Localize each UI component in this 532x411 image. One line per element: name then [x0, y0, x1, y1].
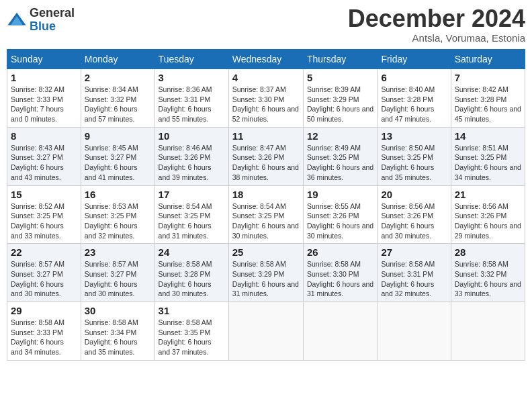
cell-info: Sunrise: 8:37 AMSunset: 3:30 PMDaylight:… [232, 85, 300, 124]
cell-info: Sunrise: 8:53 AMSunset: 3:25 PMDaylight:… [85, 201, 151, 241]
logo-icon [7, 10, 27, 30]
calendar-week-5: 29Sunrise: 8:58 AMSunset: 3:33 PMDayligh… [7, 302, 525, 361]
calendar-cell: 14Sunrise: 8:51 AMSunset: 3:25 PMDayligh… [451, 127, 525, 185]
day-number: 18 [232, 189, 300, 200]
day-number: 6 [381, 72, 447, 83]
day-number: 26 [307, 246, 373, 258]
day-number: 8 [11, 130, 77, 142]
day-number: 23 [85, 246, 151, 258]
calendar-cell: 20Sunrise: 8:56 AMSunset: 3:26 PMDayligh… [378, 185, 451, 244]
calendar-cell: 15Sunrise: 8:52 AMSunset: 3:25 PMDayligh… [7, 185, 81, 244]
calendar-cell: 2Sunrise: 8:34 AMSunset: 3:32 PMDaylight… [81, 69, 154, 128]
day-number: 31 [159, 305, 225, 316]
calendar-week-4: 22Sunrise: 8:57 AMSunset: 3:27 PMDayligh… [7, 244, 525, 302]
logo-general-text: General [30, 6, 75, 19]
header-thursday: Thursday [303, 50, 377, 69]
cell-info: Sunrise: 8:55 AMSunset: 3:26 PMDaylight:… [307, 201, 373, 241]
day-number: 13 [381, 130, 447, 142]
calendar-cell: 13Sunrise: 8:50 AMSunset: 3:25 PMDayligh… [378, 127, 451, 185]
calendar-cell: 26Sunrise: 8:58 AMSunset: 3:30 PMDayligh… [303, 244, 377, 302]
calendar-cell: 31Sunrise: 8:58 AMSunset: 3:35 PMDayligh… [154, 302, 228, 361]
cell-info: Sunrise: 8:47 AMSunset: 3:26 PMDaylight:… [232, 143, 300, 183]
calendar-week-2: 8Sunrise: 8:43 AMSunset: 3:27 PMDaylight… [7, 127, 525, 185]
cell-info: Sunrise: 8:54 AMSunset: 3:25 PMDaylight:… [232, 201, 300, 241]
cell-info: Sunrise: 8:46 AMSunset: 3:26 PMDaylight:… [159, 143, 225, 183]
cell-info: Sunrise: 8:45 AMSunset: 3:27 PMDaylight:… [85, 143, 151, 183]
day-number: 15 [11, 189, 77, 200]
calendar-cell [451, 302, 525, 361]
day-number: 21 [455, 189, 521, 200]
cell-info: Sunrise: 8:56 AMSunset: 3:26 PMDaylight:… [455, 201, 521, 241]
day-number: 30 [85, 305, 151, 316]
cell-info: Sunrise: 8:51 AMSunset: 3:25 PMDaylight:… [455, 143, 521, 183]
cell-info: Sunrise: 8:36 AMSunset: 3:31 PMDaylight:… [159, 85, 225, 124]
calendar-cell: 19Sunrise: 8:55 AMSunset: 3:26 PMDayligh… [303, 185, 377, 244]
cell-info: Sunrise: 8:56 AMSunset: 3:26 PMDaylight:… [381, 201, 447, 241]
cell-info: Sunrise: 8:57 AMSunset: 3:27 PMDaylight:… [85, 259, 151, 299]
header-friday: Friday [378, 50, 451, 69]
calendar-cell: 22Sunrise: 8:57 AMSunset: 3:27 PMDayligh… [7, 244, 81, 302]
day-number: 11 [232, 130, 300, 142]
day-number: 25 [232, 246, 300, 258]
calendar-cell: 7Sunrise: 8:42 AMSunset: 3:28 PMDaylight… [451, 69, 525, 128]
calendar-cell: 25Sunrise: 8:58 AMSunset: 3:29 PMDayligh… [228, 244, 303, 302]
location: Antsla, Vorumaa, Estonia [348, 32, 525, 44]
calendar-cell: 27Sunrise: 8:58 AMSunset: 3:31 PMDayligh… [378, 244, 451, 302]
logo-blue-text: Blue [30, 19, 56, 33]
calendar-week-3: 15Sunrise: 8:52 AMSunset: 3:25 PMDayligh… [7, 185, 525, 244]
day-number: 24 [159, 246, 225, 258]
month-title: December 2024 [348, 7, 525, 31]
calendar-cell: 28Sunrise: 8:58 AMSunset: 3:32 PMDayligh… [451, 244, 525, 302]
calendar-cell: 11Sunrise: 8:47 AMSunset: 3:26 PMDayligh… [228, 127, 303, 185]
cell-info: Sunrise: 8:49 AMSunset: 3:25 PMDaylight:… [307, 143, 373, 183]
day-number: 9 [85, 130, 151, 142]
calendar-cell: 30Sunrise: 8:58 AMSunset: 3:34 PMDayligh… [81, 302, 154, 361]
cell-info: Sunrise: 8:58 AMSunset: 3:32 PMDaylight:… [455, 259, 521, 299]
cell-info: Sunrise: 8:43 AMSunset: 3:27 PMDaylight:… [11, 143, 77, 183]
cell-info: Sunrise: 8:58 AMSunset: 3:28 PMDaylight:… [159, 259, 225, 299]
day-number: 20 [381, 189, 447, 200]
header-tuesday: Tuesday [154, 50, 228, 69]
calendar-table: SundayMondayTuesdayWednesdayThursdayFrid… [7, 49, 525, 361]
header-wednesday: Wednesday [228, 50, 303, 69]
calendar-week-1: 1Sunrise: 8:32 AMSunset: 3:33 PMDaylight… [7, 69, 525, 128]
calendar-cell: 23Sunrise: 8:57 AMSunset: 3:27 PMDayligh… [81, 244, 154, 302]
calendar-header-row: SundayMondayTuesdayWednesdayThursdayFrid… [7, 50, 525, 69]
day-number: 16 [85, 189, 151, 200]
day-number: 1 [11, 72, 77, 83]
cell-info: Sunrise: 8:39 AMSunset: 3:29 PMDaylight:… [307, 85, 373, 124]
calendar-cell: 10Sunrise: 8:46 AMSunset: 3:26 PMDayligh… [154, 127, 228, 185]
logo: General Blue [7, 7, 75, 34]
cell-info: Sunrise: 8:40 AMSunset: 3:28 PMDaylight:… [381, 85, 447, 124]
header-monday: Monday [81, 50, 154, 69]
day-number: 7 [455, 72, 521, 83]
calendar-cell: 17Sunrise: 8:54 AMSunset: 3:25 PMDayligh… [154, 185, 228, 244]
cell-info: Sunrise: 8:58 AMSunset: 3:33 PMDaylight:… [11, 318, 77, 357]
cell-info: Sunrise: 8:57 AMSunset: 3:27 PMDaylight:… [11, 259, 77, 299]
calendar-cell [228, 302, 303, 361]
calendar-cell: 6Sunrise: 8:40 AMSunset: 3:28 PMDaylight… [378, 69, 451, 128]
cell-info: Sunrise: 8:58 AMSunset: 3:29 PMDaylight:… [232, 259, 300, 299]
calendar-cell: 12Sunrise: 8:49 AMSunset: 3:25 PMDayligh… [303, 127, 377, 185]
calendar-cell: 4Sunrise: 8:37 AMSunset: 3:30 PMDaylight… [228, 69, 303, 128]
header-sunday: Sunday [7, 50, 81, 69]
cell-info: Sunrise: 8:42 AMSunset: 3:28 PMDaylight:… [455, 85, 521, 124]
day-number: 2 [85, 72, 151, 83]
day-number: 4 [232, 72, 300, 83]
cell-info: Sunrise: 8:58 AMSunset: 3:34 PMDaylight:… [85, 318, 151, 357]
header-saturday: Saturday [451, 50, 525, 69]
title-block: December 2024 Antsla, Vorumaa, Estonia [348, 7, 525, 44]
day-number: 27 [381, 246, 447, 258]
day-number: 12 [307, 130, 373, 142]
calendar-cell: 21Sunrise: 8:56 AMSunset: 3:26 PMDayligh… [451, 185, 525, 244]
calendar-cell: 5Sunrise: 8:39 AMSunset: 3:29 PMDaylight… [303, 69, 377, 128]
calendar-cell: 24Sunrise: 8:58 AMSunset: 3:28 PMDayligh… [154, 244, 228, 302]
cell-info: Sunrise: 8:32 AMSunset: 3:33 PMDaylight:… [11, 85, 77, 124]
cell-info: Sunrise: 8:54 AMSunset: 3:25 PMDaylight:… [159, 201, 225, 241]
calendar-cell: 18Sunrise: 8:54 AMSunset: 3:25 PMDayligh… [228, 185, 303, 244]
day-number: 28 [455, 246, 521, 258]
calendar-cell: 3Sunrise: 8:36 AMSunset: 3:31 PMDaylight… [154, 69, 228, 128]
calendar-cell [378, 302, 451, 361]
calendar-cell: 9Sunrise: 8:45 AMSunset: 3:27 PMDaylight… [81, 127, 154, 185]
cell-info: Sunrise: 8:52 AMSunset: 3:25 PMDaylight:… [11, 201, 77, 241]
